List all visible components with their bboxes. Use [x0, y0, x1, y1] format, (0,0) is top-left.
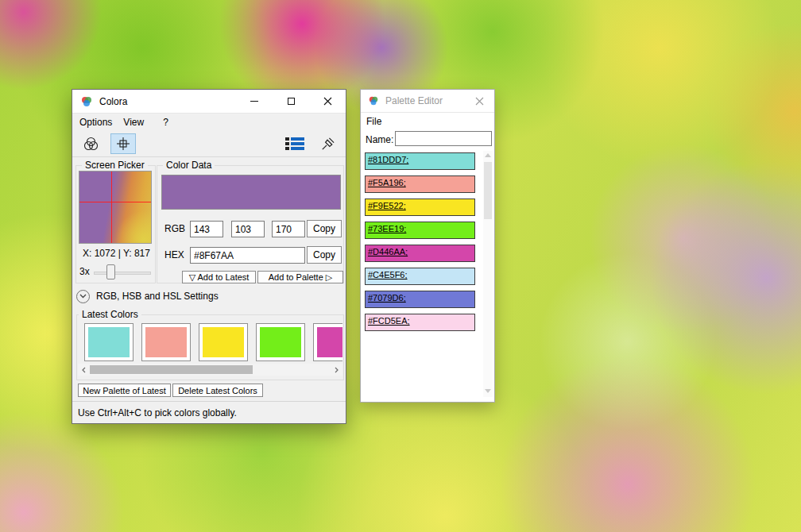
latest-colors-scrollbar[interactable] [78, 364, 342, 376]
picker-crosshair-icon [115, 137, 131, 151]
menu-file[interactable]: File [362, 114, 385, 129]
desktop-wallpaper: Colora Options View ? [0, 0, 801, 532]
copy-rgb-button[interactable]: Copy [307, 220, 342, 237]
latest-swatch[interactable] [313, 323, 342, 361]
palette-editor-close-button[interactable] [464, 90, 494, 113]
horizontal-scroll-thumb[interactable] [90, 365, 253, 374]
palette-entry-hex[interactable]: #F9E522; [366, 199, 474, 210]
maximize-button[interactable] [273, 90, 309, 113]
colora-toolbar [72, 131, 346, 157]
colora-window-title: Colora [99, 96, 127, 107]
vertical-scroll-thumb[interactable] [484, 162, 492, 219]
pin-icon [320, 137, 335, 152]
menu-options[interactable]: Options [74, 114, 118, 130]
palette-entry-hex[interactable]: #81DDD7; [366, 153, 474, 164]
latest-swatch[interactable] [199, 323, 248, 361]
crosshair-horizontal-line [79, 202, 151, 202]
hex-label: HEX [164, 249, 184, 260]
palette-entry[interactable]: #F9E522; [365, 199, 475, 216]
latest-swatch-fill [260, 327, 301, 357]
colora-client-area: Screen Picker X: 1072 | Y: 817 3x Color … [72, 158, 346, 401]
palette-list-icon [284, 136, 305, 152]
palette-name-input[interactable] [395, 131, 492, 146]
color-wheel-icon [83, 137, 99, 152]
palette-entry[interactable]: #81DDD7; [365, 152, 475, 170]
latest-colors-group: Latest Colors [76, 314, 344, 380]
palette-entry[interactable]: #FCD5EA; [365, 314, 475, 331]
status-text: Use Ctrl+Alt+C to pick colors globally. [78, 407, 237, 418]
crosshair-vertical-line [111, 172, 112, 243]
pin-tool-button[interactable] [315, 133, 340, 154]
rgb-r-input[interactable] [190, 221, 223, 237]
delete-latest-colors-button[interactable]: Delete Latest Colors [172, 384, 263, 397]
palette-entry[interactable]: #7079D6; [365, 291, 475, 308]
palette-entry[interactable]: #C4E5F6; [365, 268, 475, 285]
zoom-level-label: 3x [79, 266, 90, 277]
palette-entry-hex[interactable]: #D446AA; [366, 245, 474, 256]
color-data-group: Color Data RGB Copy HEX Copy ▽ Add to La… [157, 165, 344, 283]
hex-input[interactable] [190, 247, 305, 264]
rgb-g-input[interactable] [231, 221, 265, 237]
colora-titlebar: Colora [72, 90, 346, 114]
minimize-button[interactable] [236, 90, 273, 113]
palette-entry-hex[interactable]: #FCD5EA; [366, 314, 474, 326]
rgb-b-input[interactable] [272, 221, 305, 237]
close-icon [475, 97, 484, 106]
rgb-label: RGB [164, 223, 185, 234]
palette-entry-hex[interactable]: #7079D6; [366, 291, 474, 303]
chevron-down-icon [76, 290, 90, 303]
palette-entry[interactable]: #73EE19; [365, 222, 475, 239]
latest-colors-strip [78, 316, 342, 363]
latest-swatch[interactable] [256, 323, 305, 361]
colora-app-icon [80, 95, 93, 108]
scroll-right-arrow-icon[interactable] [331, 364, 342, 376]
latest-swatch-fill [145, 327, 187, 357]
zoom-slider-track[interactable] [94, 272, 151, 275]
colora-statusbar: Use Ctrl+Alt+C to pick colors globally. [72, 401, 346, 423]
settings-expander[interactable]: RGB, HSB and HSL Settings [76, 289, 219, 303]
current-color-swatch [161, 175, 341, 210]
latest-swatch-fill [88, 327, 130, 357]
color-data-group-label: Color Data [163, 160, 215, 171]
close-icon [323, 97, 332, 106]
palette-entry[interactable]: #F5A196; [365, 175, 475, 193]
screen-picker-group-label: Screen Picker [82, 160, 148, 171]
palette-list-tool-button[interactable] [282, 133, 308, 154]
palette-editor-window: Palette Editor File Name: #81DDD7; #F5A1… [360, 89, 495, 403]
scroll-left-arrow-icon[interactable] [78, 364, 90, 376]
color-wheel-tool-button[interactable] [78, 133, 103, 154]
palette-entry[interactable]: #D446AA; [365, 245, 475, 262]
zoom-slider-thumb[interactable] [106, 264, 115, 279]
latest-swatch[interactable] [84, 323, 134, 361]
palette-name-label: Name: [366, 134, 393, 145]
scroll-up-arrow-icon[interactable] [485, 153, 491, 157]
colora-window: Colora Options View ? [72, 89, 346, 424]
palette-entry-hex[interactable]: #F5A196; [366, 176, 474, 187]
menu-help[interactable]: ? [157, 114, 174, 130]
palette-editor-app-icon [368, 95, 379, 106]
palette-entry-hex[interactable]: #C4E5F6; [366, 268, 474, 279]
colora-menubar: Options View ? [72, 114, 346, 131]
maximize-icon [288, 98, 295, 105]
latest-swatch[interactable] [141, 323, 191, 361]
latest-swatch-fill [203, 327, 244, 357]
palette-entry-hex[interactable]: #73EE19; [366, 222, 474, 233]
add-to-palette-button[interactable]: Add to Palette ▷ [257, 271, 343, 283]
minimize-icon [250, 101, 258, 102]
settings-expander-label: RGB, HSB and HSL Settings [96, 291, 219, 302]
new-palette-of-latest-button[interactable]: New Palette of Latest [78, 384, 171, 397]
screen-picker-group: Screen Picker X: 1072 | Y: 817 3x [75, 165, 156, 283]
latest-swatch-fill [317, 327, 342, 357]
palette-editor-titlebar: Palette Editor [361, 90, 494, 113]
cursor-coordinates: X: 1072 | Y: 817 [83, 248, 150, 259]
close-button[interactable] [309, 90, 346, 113]
palette-scrollbar[interactable] [483, 151, 493, 397]
palette-editor-window-title: Palette Editor [385, 95, 443, 106]
screen-picker-preview [79, 171, 152, 244]
scroll-down-arrow-icon[interactable] [485, 389, 491, 393]
copy-hex-button[interactable]: Copy [307, 246, 342, 264]
menu-view[interactable]: View [118, 114, 149, 130]
add-to-latest-button[interactable]: ▽ Add to Latest [182, 271, 256, 283]
screen-picker-tool-button[interactable] [110, 133, 136, 154]
palette-editor-body: File Name: #81DDD7; #F5A196; #F9E522; #7… [361, 113, 494, 402]
